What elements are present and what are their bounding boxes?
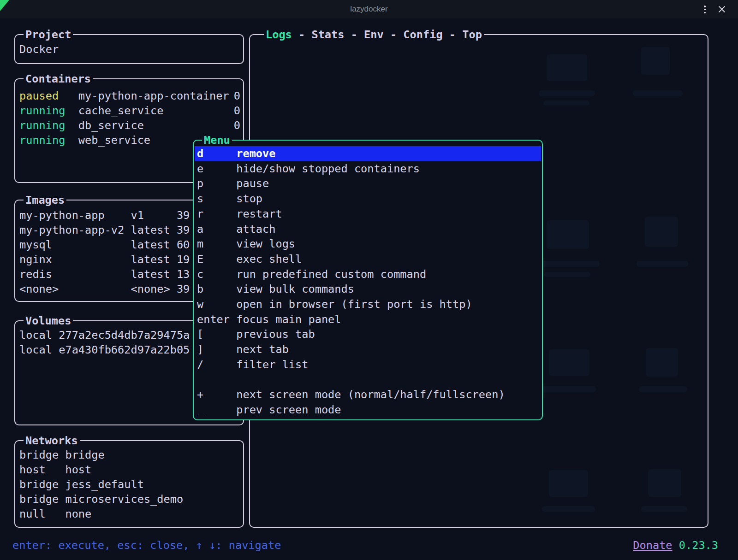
image-tag: latest (131, 252, 176, 267)
container-count: 0 (234, 118, 240, 133)
image-name: my-python-app (19, 208, 131, 223)
menu-item[interactable]: E exec shell (195, 252, 541, 267)
networks-panel[interactable]: Networks bridge bridge host host bridge … (14, 440, 244, 528)
menu-item[interactable]: s stop (195, 191, 541, 206)
menu-item-label: run predefined custom command (236, 267, 426, 282)
container-row[interactable]: paused my-python-app-container 0 (19, 88, 240, 103)
menu-item[interactable]: w open in browser (first port is http) (195, 297, 541, 312)
menu-item-label: stop (236, 191, 262, 206)
menu-item[interactable]: _ prev screen mode (195, 402, 541, 418)
image-size: 39 (177, 223, 190, 237)
menu-item-key: ] (197, 342, 236, 357)
menu-item-key: e (197, 161, 236, 177)
menu-item-label: previous tab (236, 327, 315, 342)
image-name: mysql (19, 237, 131, 252)
network-driver: host (19, 462, 65, 477)
menu-item-label: view bulk commands (236, 282, 354, 297)
image-size: 60 (177, 237, 190, 252)
image-size: 19 (177, 252, 190, 267)
menu-item-key: _ (197, 402, 236, 418)
container-name: my-python-app-container (78, 88, 234, 103)
menu-item[interactable]: m view logs (195, 236, 541, 252)
network-row[interactable]: host host (19, 462, 239, 477)
volume-driver: local (19, 342, 59, 357)
menu-item-label: focus main panel (236, 312, 341, 327)
menu-item-key: m (197, 236, 236, 252)
menu-item[interactable]: r restart (195, 206, 541, 222)
network-driver: bridge (19, 448, 65, 462)
network-name: bridge (65, 448, 239, 462)
container-state: running (19, 103, 78, 118)
image-tag: v1 (131, 208, 176, 223)
image-name: <none> (19, 282, 131, 296)
menu-item-label: attach (236, 222, 275, 237)
menu-item-label: exec shell (236, 252, 302, 267)
menu-item[interactable]: a attach (195, 222, 541, 237)
menu-item[interactable]: e hide/show stopped containers (195, 161, 541, 177)
menu-popup[interactable]: Menu d remove e hide/show stopped contai… (193, 140, 543, 420)
menu-item[interactable]: b view bulk commands (195, 282, 541, 297)
menu-item-key: d (197, 146, 236, 161)
window-titlebar: lazydocker (0, 0, 738, 18)
status-help-text: enter: execute, esc: close, ↑ ↓: navigat… (12, 538, 281, 553)
network-row[interactable]: bridge microservices_demo (19, 492, 239, 507)
window-menu-icon[interactable] (704, 6, 706, 13)
image-name: my-python-app-v2 (19, 223, 131, 237)
menu-item-key: enter (197, 312, 236, 327)
menu-item-label: prev screen mode (236, 402, 341, 418)
menu-item[interactable]: enter focus main panel (195, 312, 541, 327)
version-label: 0.23.3 (679, 539, 718, 552)
container-count: 0 (234, 103, 240, 118)
menu-item[interactable]: p pause (195, 176, 541, 191)
network-row[interactable]: null none (19, 507, 239, 521)
image-tag: latest (131, 267, 176, 282)
container-state: running (19, 118, 78, 133)
menu-item-key: r (197, 206, 236, 222)
image-tag: latest (131, 237, 176, 252)
menu-item-key: a (197, 222, 236, 237)
network-driver: null (19, 507, 65, 521)
menu-item[interactable]: d remove (195, 146, 541, 161)
menu-item[interactable]: + next screen mode (normal/half/fullscre… (195, 387, 541, 402)
image-tag: latest (131, 223, 176, 237)
menu-item[interactable] (195, 372, 541, 388)
menu-item-label: filter list (236, 357, 308, 372)
menu-item-key (197, 372, 236, 388)
network-row[interactable]: bridge jess_default (19, 477, 239, 492)
container-name: db_service (78, 118, 234, 133)
container-row[interactable]: running cache_service 0 (19, 103, 240, 118)
network-name: host (65, 462, 239, 477)
project-panel[interactable]: Project Docker (14, 34, 244, 64)
menu-item-label: next tab (236, 342, 289, 357)
menu-item-label: remove (236, 146, 275, 161)
menu-item[interactable]: / filter list (195, 357, 541, 372)
image-size: 39 (177, 282, 190, 296)
menu-item-key: b (197, 282, 236, 297)
network-row[interactable]: bridge bridge (19, 448, 239, 462)
window-title: lazydocker (350, 5, 387, 14)
menu-item-key: + (197, 387, 236, 402)
container-row[interactable]: running db_service 0 (19, 118, 240, 133)
corner-accent (0, 0, 9, 11)
project-name: Docker (19, 42, 239, 57)
network-name: none (65, 507, 239, 521)
container-state: paused (19, 88, 78, 103)
container-count: 0 (234, 88, 240, 103)
image-size: 39 (177, 208, 190, 223)
container-state: running (19, 133, 78, 147)
menu-item-key: / (197, 357, 236, 372)
menu-item-label: view logs (236, 236, 295, 252)
donate-link[interactable]: Donate (633, 539, 672, 552)
network-driver: bridge (19, 492, 65, 507)
menu-item-label: open in browser (first port is http) (236, 297, 472, 312)
network-name: microservices_demo (65, 492, 239, 507)
menu-item-key: p (197, 176, 236, 191)
status-bar: enter: execute, esc: close, ↑ ↓: navigat… (12, 538, 718, 553)
image-size: 13 (177, 267, 190, 282)
close-icon[interactable] (718, 5, 726, 13)
menu-item[interactable]: ] next tab (195, 342, 541, 357)
volume-driver: local (19, 328, 59, 342)
menu-item[interactable]: [ previous tab (195, 327, 541, 342)
menu-item[interactable]: c run predefined custom command (195, 267, 541, 282)
menu-item-key: E (197, 252, 236, 267)
